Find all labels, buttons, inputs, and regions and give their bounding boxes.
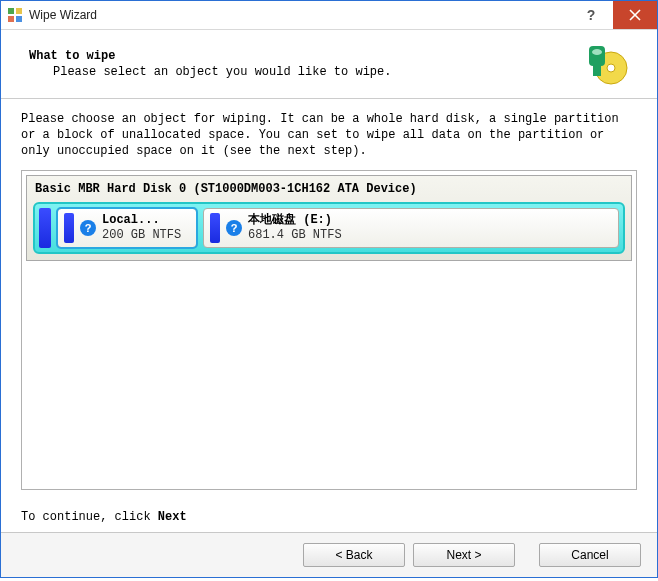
partition-size: 200 GB NTFS — [102, 228, 181, 242]
close-icon — [629, 9, 641, 21]
info-icon: ? — [80, 220, 96, 236]
header-panel: What to wipe Please select an object you… — [1, 30, 657, 99]
close-button[interactable] — [613, 1, 657, 29]
partition-name: Local... — [102, 213, 181, 227]
titlebar: Wipe Wizard ? — [1, 1, 657, 30]
disk-title: Basic MBR Hard Disk 0 (ST1000DM003-1CH16… — [35, 182, 623, 196]
svg-rect-2 — [8, 16, 14, 22]
partition-size: 681.4 GB NTFS — [248, 228, 342, 242]
partition-item-1[interactable]: ? 本地磁盘 (E:) 681.4 GB NTFS — [203, 208, 619, 248]
header-text: What to wipe Please select an object you… — [29, 49, 583, 79]
partition-name: 本地磁盘 (E:) — [248, 213, 342, 227]
partition-item-0[interactable]: ? Local... 200 GB NTFS — [57, 208, 197, 248]
continue-bold: Next — [158, 510, 187, 524]
disk-lead-bar — [39, 208, 51, 248]
help-button[interactable]: ? — [569, 1, 613, 29]
button-bar: < Back Next > Cancel — [1, 532, 657, 577]
wizard-graphic-icon — [583, 40, 631, 88]
partition-text: 本地磁盘 (E:) 681.4 GB NTFS — [248, 213, 342, 242]
continue-prefix: To continue, click — [21, 510, 158, 524]
next-button[interactable]: Next > — [413, 543, 515, 567]
header-subtitle: Please select an object you would like t… — [53, 65, 583, 79]
app-icon — [7, 7, 23, 23]
wizard-window: Wipe Wizard ? What to wipe Please select… — [0, 0, 658, 578]
svg-point-10 — [592, 49, 602, 55]
disk-item[interactable]: Basic MBR Hard Disk 0 (ST1000DM003-1CH16… — [26, 175, 632, 261]
info-icon: ? — [226, 220, 242, 236]
header-title: What to wipe — [29, 49, 583, 63]
body-panel: Please choose an object for wiping. It c… — [1, 99, 657, 502]
continue-hint: To continue, click Next — [1, 502, 657, 532]
window-title: Wipe Wizard — [29, 8, 569, 22]
disk-selection-box[interactable]: Basic MBR Hard Disk 0 (ST1000DM003-1CH16… — [21, 170, 637, 490]
svg-rect-1 — [16, 8, 22, 14]
svg-rect-3 — [16, 16, 22, 22]
svg-rect-9 — [593, 66, 601, 76]
partition-text: Local... 200 GB NTFS — [102, 213, 181, 242]
svg-point-7 — [607, 64, 615, 72]
back-button[interactable]: < Back — [303, 543, 405, 567]
partition-lead-bar — [210, 213, 220, 243]
description-text: Please choose an object for wiping. It c… — [21, 111, 637, 160]
svg-rect-0 — [8, 8, 14, 14]
title-buttons: ? — [569, 1, 657, 29]
partition-lead-bar — [64, 213, 74, 243]
partition-row: ? Local... 200 GB NTFS ? 本地磁盘 (E:) 681.4… — [33, 202, 625, 254]
cancel-button[interactable]: Cancel — [539, 543, 641, 567]
